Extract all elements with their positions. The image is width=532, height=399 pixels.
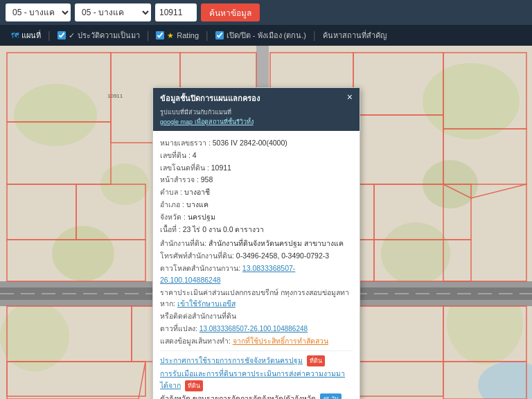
- badge-days: 45 วัน: [320, 393, 342, 399]
- field-kml: ดาวโหลดสำนักงานกวาน: 13.0833368507-26.10…: [160, 263, 353, 286]
- nav-bar: 🗺 แผนที่ | ✓ ประวัติความเป็นมา | ★ Ratin…: [0, 25, 532, 46]
- popup: ข้อมูลชั้นปิดการแผนแลกครอง รูปแบบที่มีส่…: [152, 87, 360, 399]
- popup-sub2[interactable]: google map เพื่อดูสถานที่ชั้นรีวิวทั้ง: [160, 117, 260, 127]
- field-หน้าสำรวจ: หน้าสำรวจ : 958: [160, 174, 353, 186]
- nav-history[interactable]: ✓ ประวัติความเป็นมา: [52, 25, 145, 46]
- field-หมายเลขธรวา: หมายเลขธรวา : 5036 IV 2842-00(4000): [160, 137, 353, 149]
- badge-1: ที่ดิน: [307, 355, 325, 366]
- popup-sub1: รูปแบบที่มีส่วนกับกัวแมนที่: [160, 107, 260, 117]
- popup-body: หมายเลขธรวา : 5036 IV 2842-00(4000) เลขท…: [153, 131, 360, 399]
- svg-point-5: [0, 302, 69, 371]
- province-select[interactable]: 05 - บางแค: [6, 3, 71, 21]
- map-container[interactable]: 10911 บางแค ข้อมูลชั้นปิดการแผนแลกครอง ร…: [0, 46, 532, 399]
- top-bar: 05 - บางแค 05 - บางแค ค้นหาข้อมูล: [0, 0, 532, 25]
- section-link-2[interactable]: การรับเมือและการที่ดินราคาประเมินการส่งค…: [160, 368, 353, 391]
- field-more: แสดงข้อมูลเส้นทางทำ: จากที่ใช้ประสิทธิ์ก…: [160, 335, 353, 347]
- map-icon: 🗺: [11, 31, 19, 39]
- svg-point-2: [14, 84, 97, 146]
- field-เลขโฉนด: เลขโฉนดที่ดิน : 10911: [160, 162, 353, 174]
- field-contact: หรือติดต่อสำนักงานที่ดิน: [160, 310, 353, 322]
- svg-point-7: [52, 226, 114, 281]
- star-icon: ★: [167, 31, 174, 40]
- section-link-1[interactable]: ประกาศการใช้รายการการชัจจังหวัดนครปฐม ที…: [160, 355, 353, 366]
- section-link-3[interactable]: ตัวจังหวัด ขอบรายการจัดการจัดจังหวัด/ตัว…: [160, 393, 353, 399]
- search-button[interactable]: ค้นหาข้อมูล: [201, 3, 260, 21]
- svg-text:10911: 10911: [107, 93, 123, 99]
- field-อำเภอ: อำเภอ : บางแค: [160, 199, 353, 211]
- history-checkbox[interactable]: [57, 31, 66, 39]
- popup-header: ข้อมูลชั้นปิดการแผนแลกครอง รูปแบบที่มีส่…: [153, 88, 360, 131]
- badge-2: ที่ดิน: [185, 380, 203, 391]
- svg-point-8: [381, 222, 450, 285]
- popup-title: ข้อมูลชั้นปิดการแผนแลกครอง: [160, 92, 260, 105]
- coords-link[interactable]: 13.0833368507-26.100.104886248: [200, 325, 308, 332]
- rating-checkbox[interactable]: [156, 31, 164, 39]
- field-เลขที่ดิน: เลขที่ดิน : 4: [160, 150, 353, 161]
- field-จังหวัด: จังหวัด : นครปฐม: [160, 211, 353, 223]
- field-เนื้อที่: เนื้อที่ : 23 ไร่ 0 งาน 0.0 ตารางวา: [160, 224, 353, 236]
- svg-point-3: [423, 63, 520, 139]
- field-coords: ดาวที่แปลง: 13.0833368507-26.100.1048862…: [160, 323, 353, 335]
- popup-close-button[interactable]: ×: [347, 92, 353, 102]
- nav-open-close[interactable]: เปิด/ปิต - พังเมือง (ตกน.): [210, 25, 312, 46]
- field-สำนักงาน: สำนักงานที่ดิน: สำนักงานที่ดินจังหวัดนคร…: [160, 238, 353, 249]
- parcel-input[interactable]: [155, 3, 197, 21]
- google-link[interactable]: เข้าใช้รักษาบเอขีส: [177, 299, 236, 308]
- field-โทร: โทรศัพท์สำนักงานที่ดิน: 0-3496-2458, 0-3…: [160, 250, 353, 262]
- openclose-checkbox[interactable]: [215, 31, 224, 39]
- nav-map[interactable]: 🗺 แผนที่: [6, 25, 46, 46]
- nav-rating[interactable]: ★ Rating: [150, 25, 204, 46]
- district-select[interactable]: 05 - บางแค: [75, 3, 151, 21]
- field-ตำบล: ตำบล : บางอาชี: [160, 186, 353, 198]
- more-link[interactable]: จากที่ใช้ประสิทธิ์การทำสัดสวน: [233, 337, 328, 345]
- check-icon: ✓: [69, 31, 75, 40]
- field-google: ราคาประเมินค่าส่วนแปลกกรอบขรีกษ์ กทุงกวร…: [160, 287, 353, 310]
- nav-landmark[interactable]: ค้นหาสถานที่สำคัญ: [317, 25, 392, 46]
